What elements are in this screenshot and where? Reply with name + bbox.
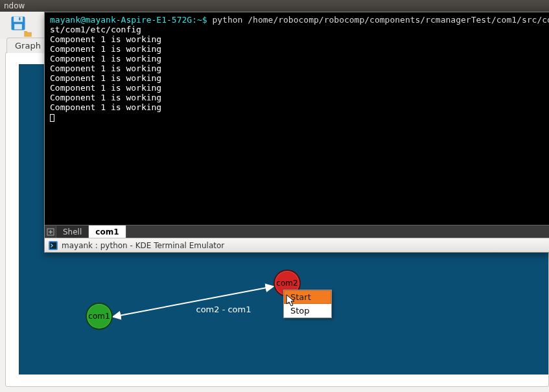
konsole-icon bbox=[49, 241, 58, 250]
svg-rect-2 bbox=[14, 24, 22, 29]
terminal-cursor-icon bbox=[50, 114, 54, 122]
terminal-new-tab-button[interactable] bbox=[45, 226, 56, 238]
terminal-window[interactable]: mayank@mayank-Aspire-E1-572G:~$ python /… bbox=[44, 12, 549, 253]
node-label: com1 bbox=[88, 312, 110, 321]
node-com1[interactable]: com1 bbox=[86, 303, 113, 330]
svg-rect-1 bbox=[14, 17, 23, 22]
terminal-titlebar: mayank : python - KDE Terminal Emulator bbox=[45, 238, 549, 252]
window-titlebar: ndow bbox=[0, 0, 549, 12]
window-title: ndow bbox=[4, 1, 25, 10]
terminal-title: mayank : python - KDE Terminal Emulator bbox=[62, 241, 224, 250]
terminal-line: st/com1/etc/config bbox=[50, 25, 141, 34]
svg-rect-3 bbox=[19, 17, 20, 21]
terminal-command: python /home/robocomp/robocomp/component… bbox=[212, 15, 549, 25]
edge-label: com2 - com1 bbox=[196, 305, 251, 314]
tab-label: Shell bbox=[63, 227, 82, 236]
node-label: com2 bbox=[276, 279, 298, 288]
terminal-prompt: mayank@mayank-Aspire-E1-572G:~$ bbox=[50, 15, 207, 25]
plus-icon bbox=[47, 228, 54, 236]
tab-graph[interactable]: Graph bbox=[6, 38, 49, 53]
menu-item-label: Stop bbox=[290, 306, 310, 316]
terminal-output[interactable]: mayank@mayank-Aspire-E1-572G:~$ python /… bbox=[45, 12, 549, 225]
terminal-output-lines: Component 1 is working Component 1 is wo… bbox=[50, 34, 161, 112]
terminal-tab-com1[interactable]: com1 bbox=[89, 225, 126, 238]
terminal-tabbar: Shell com1 bbox=[45, 225, 549, 238]
mouse-cursor-icon bbox=[286, 294, 296, 307]
terminal-tab-shell[interactable]: Shell bbox=[56, 225, 89, 238]
tab-label: com1 bbox=[95, 227, 119, 236]
tab-label: Graph bbox=[15, 41, 41, 51]
